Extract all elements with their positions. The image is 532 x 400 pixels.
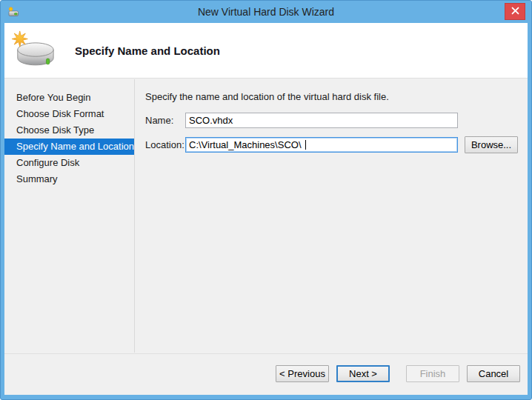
sidebar-item-choose-disk-format[interactable]: Choose Disk Format <box>4 106 134 122</box>
location-field-row: Location: Browse... <box>145 136 518 153</box>
sidebar-item-choose-disk-type[interactable]: Choose Disk Type <box>4 122 134 139</box>
sidebar-item-configure-disk[interactable]: Configure Disk <box>4 155 134 171</box>
close-button[interactable] <box>505 3 525 20</box>
wizard-page-content: Specify the name and location of the vir… <box>135 79 528 353</box>
page-description: Specify the name and location of the vir… <box>145 91 518 102</box>
next-button[interactable]: Next > <box>336 365 390 382</box>
location-input[interactable] <box>185 137 458 153</box>
cancel-button[interactable]: Cancel <box>467 365 520 382</box>
wizard-body: Before You Begin Choose Disk Format Choo… <box>4 79 528 353</box>
new-hard-disk-sparkle-icon <box>10 30 59 71</box>
close-icon <box>511 6 519 17</box>
titlebar[interactable]: New Virtual Hard Disk Wizard <box>1 1 531 23</box>
text-caret <box>305 140 306 150</box>
page-title: Specify Name and Location <box>75 23 220 79</box>
wizard-header: Specify Name and Location <box>4 23 528 79</box>
wizard-window: New Virtual Hard Disk Wizard <box>0 0 532 400</box>
location-label: Location: <box>145 139 185 150</box>
name-input[interactable] <box>185 113 458 128</box>
finish-button: Finish <box>406 365 459 382</box>
sidebar-item-summary[interactable]: Summary <box>4 171 134 187</box>
footer-buttons: < Previous Next > Finish Cancel <box>276 365 520 382</box>
name-field-row: Name: <box>145 113 518 128</box>
name-label: Name: <box>145 115 185 126</box>
sidebar-item-before-you-begin[interactable]: Before You Begin <box>4 90 134 106</box>
sidebar-item-specify-name-and-location[interactable]: Specify Name and Location <box>4 139 134 155</box>
browse-button[interactable]: Browse... <box>465 136 518 153</box>
window-title: New Virtual Hard Disk Wizard <box>1 1 531 23</box>
wizard-steps-sidebar: Before You Begin Choose Disk Format Choo… <box>4 79 135 353</box>
previous-button[interactable]: < Previous <box>276 365 329 382</box>
wizard-client-area: Specify Name and Location Before You Beg… <box>4 23 528 395</box>
wizard-footer: < Previous Next > Finish Cancel <box>4 353 528 395</box>
